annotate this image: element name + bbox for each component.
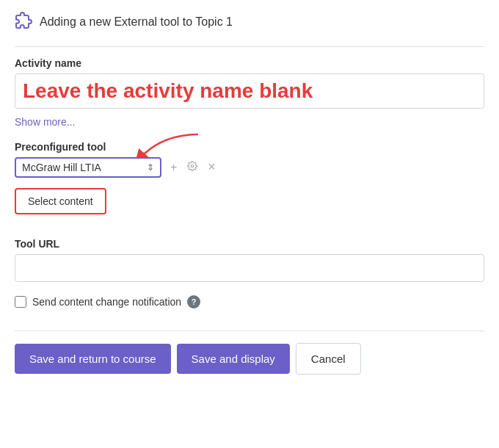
preconfigured-tool-section: Preconfigured tool McGraw Hill LTIA -- S…	[15, 141, 484, 178]
activity-name-label: Activity name	[15, 57, 484, 69]
tool-url-label: Tool URL	[15, 238, 484, 250]
tool-url-input[interactable]	[15, 254, 484, 282]
activity-name-section: Activity name Leave the activity name bl…	[15, 57, 484, 109]
tool-url-section: Tool URL	[15, 238, 484, 282]
settings-tool-button[interactable]	[184, 159, 200, 176]
delete-tool-button[interactable]: ×	[205, 158, 219, 176]
notification-checkbox[interactable]	[15, 296, 26, 308]
tool-action-icons: + ×	[167, 158, 219, 176]
activity-name-instruction: Leave the activity name blank	[23, 79, 476, 104]
bottom-buttons: Save and return to course Save and displ…	[15, 330, 484, 375]
header-divider	[15, 46, 484, 47]
puzzle-icon	[15, 12, 32, 32]
notification-label: Send content change notification	[32, 296, 181, 308]
svg-point-0	[192, 165, 194, 167]
page-header: Adding a new External tool to Topic 1	[15, 12, 484, 32]
preconfigured-tool-label: Preconfigured tool	[15, 141, 484, 153]
show-more-link[interactable]: Show more...	[15, 116, 75, 128]
save-return-button[interactable]: Save and return to course	[15, 344, 171, 374]
preconfigured-select-wrapper[interactable]: McGraw Hill LTIA -- Select a tool -- ⇕	[15, 157, 161, 178]
cancel-button[interactable]: Cancel	[296, 343, 361, 375]
add-tool-button[interactable]: +	[167, 159, 180, 176]
select-arrow-icon: ⇕	[147, 162, 154, 173]
preconfigured-select[interactable]: McGraw Hill LTIA -- Select a tool --	[22, 162, 147, 173]
notification-help-icon[interactable]: ?	[187, 295, 200, 308]
preconfigured-row: McGraw Hill LTIA -- Select a tool -- ⇕ +…	[15, 157, 484, 178]
page-title: Adding a new External tool to Topic 1	[40, 15, 233, 29]
select-content-button[interactable]: Select content	[15, 188, 106, 214]
save-display-button[interactable]: Save and display	[177, 344, 290, 374]
notification-row: Send content change notification ?	[15, 295, 484, 308]
activity-name-input-wrapper[interactable]: Leave the activity name blank	[15, 73, 484, 109]
